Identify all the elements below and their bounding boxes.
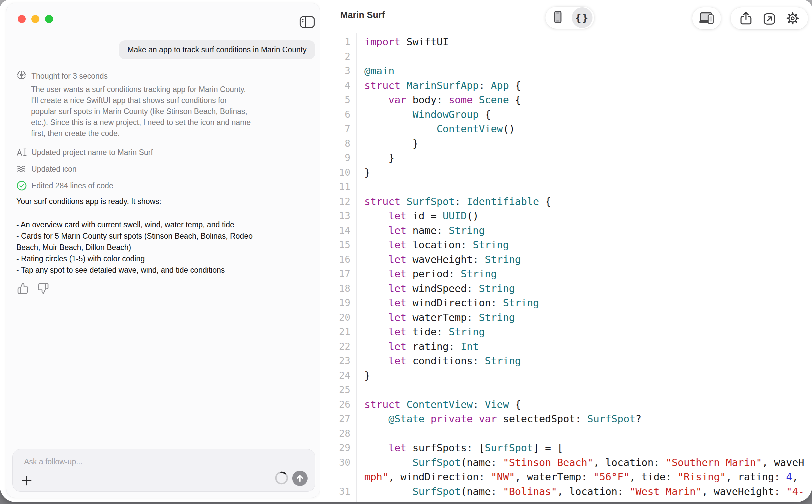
minimize-window-button[interactable] bbox=[31, 15, 39, 23]
status-label: Updated icon bbox=[31, 165, 77, 174]
view-mode-segmented-control: {} bbox=[545, 7, 594, 29]
code-line: 4struct MarinSurfApp: App { bbox=[320, 78, 812, 93]
line-number: 23 bbox=[320, 354, 355, 368]
code-line: 1import SwiftUI bbox=[320, 35, 812, 49]
code-text: struct SurfSpot: Identifiable { bbox=[364, 194, 551, 209]
line-number: 13 bbox=[320, 209, 355, 223]
line-number: 1 bbox=[320, 35, 355, 49]
header-actions bbox=[731, 7, 808, 29]
line-number: 7 bbox=[320, 122, 355, 136]
add-attachment-button[interactable] bbox=[21, 475, 33, 487]
thought-line: first, then create the code. bbox=[31, 128, 251, 139]
line-number: 18 bbox=[320, 281, 355, 296]
line-number: 8 bbox=[320, 136, 355, 151]
code-line: 12struct SurfSpot: Identifiable { bbox=[320, 194, 812, 209]
code-line: 9 } bbox=[320, 151, 812, 165]
code-line: 13 let id = UUID() bbox=[320, 209, 812, 223]
answer-line: - An overview card with current swell, w… bbox=[16, 219, 253, 230]
code-line: 21 let tide: String bbox=[320, 325, 812, 339]
code-text: let period: String bbox=[364, 267, 497, 281]
code-text: mph", windDirection: "NW", waterTemp: "5… bbox=[364, 470, 798, 484]
thumbs-down-icon[interactable] bbox=[37, 282, 49, 295]
code-line: 10} bbox=[320, 165, 812, 180]
code-line: 14 let name: String bbox=[320, 223, 812, 238]
code-text: } bbox=[364, 368, 370, 383]
answer-line: Beach, Muir Beach, Dillon Beach) bbox=[16, 242, 253, 253]
code-text: SurfSpot(name: "Bolinas", location: "Wes… bbox=[364, 484, 804, 499]
project-title: Marin Surf bbox=[340, 10, 385, 20]
zoom-window-button[interactable] bbox=[45, 15, 53, 23]
status-label: Edited 284 lines of code bbox=[31, 181, 113, 190]
code-line: 7 ContentView() bbox=[320, 122, 812, 136]
waves-icon bbox=[16, 164, 27, 174]
share-icon[interactable] bbox=[738, 10, 754, 26]
settings-gear-icon[interactable] bbox=[785, 10, 801, 26]
devices-button[interactable] bbox=[692, 7, 721, 29]
line-number: 14 bbox=[320, 223, 355, 238]
code-text: ph", windDirection: "W", waterTemp: "55°… bbox=[364, 499, 812, 502]
code-line: 27 @State private var selectedSpot: Surf… bbox=[320, 412, 812, 426]
check-circle-icon bbox=[16, 180, 27, 191]
close-window-button[interactable] bbox=[18, 15, 26, 23]
code-line: 30 SurfSpot(name: "Stinson Beach", locat… bbox=[320, 455, 812, 470]
answer-bullets: - An overview card with current swell, w… bbox=[16, 219, 253, 276]
line-number: 12 bbox=[320, 194, 355, 209]
code-line: 2 bbox=[320, 49, 812, 64]
thumbs-up-icon[interactable] bbox=[17, 282, 29, 295]
status-label: Updated project name to Marin Surf bbox=[31, 148, 153, 157]
code-text: struct MarinSurfApp: App { bbox=[364, 78, 521, 93]
input-placeholder: Ask a follow-up... bbox=[24, 457, 82, 466]
status-row-rename: Updated project name to Marin Surf bbox=[16, 146, 153, 158]
code-text: let surfSpots: [SurfSpot] = [ bbox=[364, 441, 563, 455]
feedback-buttons bbox=[17, 282, 49, 295]
code-text: } bbox=[364, 136, 419, 151]
code-line: 6 WindowGroup { bbox=[320, 107, 812, 122]
code-line: 20 let waterTemp: String bbox=[320, 310, 812, 325]
preview-phone-tab[interactable] bbox=[547, 7, 568, 28]
answer-intro: Your surf conditions app is ready. It sh… bbox=[16, 197, 161, 206]
follow-up-input[interactable]: Ask a follow-up... bbox=[12, 449, 315, 492]
code-text: import SwiftUI bbox=[364, 35, 449, 49]
code-text: let conditions: String bbox=[364, 354, 521, 368]
send-button[interactable] bbox=[292, 471, 308, 486]
chat-panel: Make an app to track surf conditions in … bbox=[6, 3, 320, 498]
code-line: 17 let period: String bbox=[320, 267, 812, 281]
line-number: 10 bbox=[320, 165, 355, 180]
user-message-bubble: Make an app to track surf conditions in … bbox=[119, 40, 315, 59]
line-number: 11 bbox=[320, 180, 355, 194]
code-braces-icon: {} bbox=[575, 12, 589, 24]
code-line: 8 } bbox=[320, 136, 812, 151]
code-line: 24} bbox=[320, 368, 812, 383]
thought-body: The user wants a surf conditions trackin… bbox=[31, 84, 251, 139]
status-row-edited: Edited 284 lines of code bbox=[16, 180, 113, 192]
line-number: 16 bbox=[320, 252, 355, 267]
code-line: 22 let rating: Int bbox=[320, 339, 812, 354]
open-in-new-icon[interactable] bbox=[761, 10, 777, 26]
code-text: struct ContentView: View { bbox=[364, 397, 521, 412]
code-panel: Marin Surf {} bbox=[320, 0, 812, 502]
code-text: let name: String bbox=[364, 223, 485, 238]
thought-header[interactable]: Thought for 3 seconds bbox=[16, 70, 108, 82]
text-cursor-icon bbox=[16, 147, 27, 158]
code-line: mph", windDirection: "NW", waterTemp: "5… bbox=[320, 470, 812, 484]
sidebar-toggle-icon[interactable] bbox=[299, 16, 315, 28]
code-line: 16 let waveHeight: String bbox=[320, 252, 812, 267]
code-text: } bbox=[364, 151, 394, 165]
brain-icon bbox=[16, 70, 27, 82]
answer-line: - Rating circles (1-5) with color coding bbox=[16, 253, 253, 264]
code-text: } bbox=[364, 165, 370, 180]
code-text: SurfSpot(name: "Stinson Beach", location… bbox=[364, 455, 804, 470]
iphone-icon bbox=[550, 9, 565, 26]
code-rows[interactable]: 1import SwiftUI23@main4struct MarinSurfA… bbox=[320, 35, 812, 502]
code-line: 19 let windDirection: String bbox=[320, 296, 812, 310]
line-number: 4 bbox=[320, 78, 355, 93]
code-tab[interactable]: {} bbox=[572, 7, 592, 28]
line-number: 17 bbox=[320, 267, 355, 281]
code-text: var body: some Scene { bbox=[364, 93, 521, 107]
line-number: 9 bbox=[320, 151, 355, 165]
thought-line: The user wants a surf conditions trackin… bbox=[31, 84, 251, 95]
code-line: 26struct ContentView: View { bbox=[320, 397, 812, 412]
line-number: 24 bbox=[320, 368, 355, 383]
line-number: 20 bbox=[320, 310, 355, 325]
code-line: 18 let windSpeed: String bbox=[320, 281, 812, 296]
